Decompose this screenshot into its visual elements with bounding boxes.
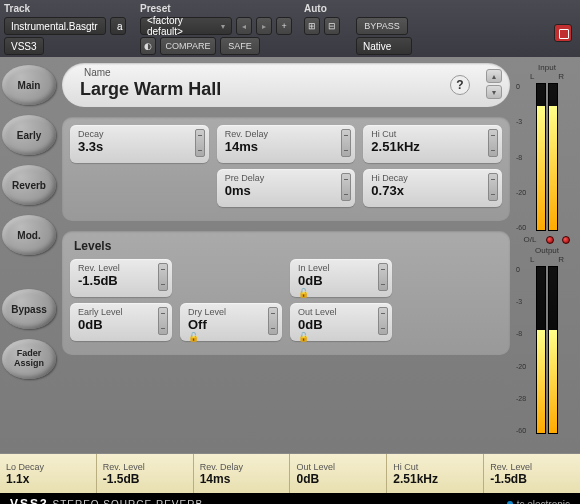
name-label: Name: [84, 67, 111, 78]
input-meter: 0-3-8-20-60: [518, 83, 576, 231]
track-sub: a: [117, 21, 123, 32]
overload-label: O/L: [524, 235, 537, 244]
param-slider[interactable]: [488, 129, 498, 157]
tab-mod[interactable]: Mod.: [2, 215, 56, 255]
preset-value: <factory default>: [147, 15, 217, 37]
tab-fader-assign[interactable]: Fader Assign: [2, 339, 56, 379]
chevron-down-icon: ▾: [492, 88, 496, 97]
param-value: 14ms: [225, 139, 348, 154]
param-value: Off: [188, 317, 274, 332]
footer-label: Lo Decay: [6, 462, 90, 472]
track-sub-select[interactable]: a: [110, 17, 126, 35]
param-dry-level[interactable]: Dry LevelOff🔓: [180, 303, 282, 341]
bypass-button[interactable]: BYPASS: [356, 17, 408, 35]
footer-label: Rev. Level: [490, 462, 574, 472]
lock-icon: 🔓: [298, 288, 309, 298]
footer-value: -1.5dB: [103, 472, 187, 486]
param-value: 2.51kHz: [371, 139, 494, 154]
param-label: Rev. Level: [78, 263, 164, 273]
param-value: 0.73x: [371, 183, 494, 198]
name-up-button[interactable]: ▴: [486, 69, 502, 83]
footer-lo-decay[interactable]: Lo Decay1.1x: [0, 454, 97, 493]
footer-label: Rev. Delay: [200, 462, 284, 472]
tab-bypass[interactable]: Bypass: [2, 289, 56, 329]
footer-value: 0dB: [296, 472, 380, 486]
param-decay[interactable]: Decay3.3s: [70, 125, 209, 163]
param-label: Out Level: [298, 307, 384, 317]
param-slider[interactable]: [341, 129, 351, 157]
levels-title: Levels: [74, 239, 502, 253]
param-label: Hi Cut: [371, 129, 494, 139]
preset-toggle-button[interactable]: ◐: [140, 37, 156, 55]
param-value: 0dB: [298, 273, 384, 288]
overload-led-l: [546, 236, 554, 244]
footer-label: Out Level: [296, 462, 380, 472]
param-slider[interactable]: [341, 173, 351, 201]
preset-name-field[interactable]: Name Large Warm Hall ▴ ▾ ?: [62, 63, 510, 107]
param-label: Early Level: [78, 307, 164, 317]
param-slider[interactable]: [158, 307, 168, 335]
compare-button[interactable]: COMPARE: [160, 37, 216, 55]
footer-value: 1.1x: [6, 472, 90, 486]
param-hi-cut[interactable]: Hi Cut2.51kHz: [363, 125, 502, 163]
footer-rev-delay[interactable]: Rev. Delay14ms: [194, 454, 291, 493]
param-pre-delay[interactable]: Pre Delay0ms: [217, 169, 356, 207]
footer-value: 2.51kHz: [393, 472, 477, 486]
mode-select[interactable]: Native: [356, 37, 412, 55]
footer-label: Hi Cut: [393, 462, 477, 472]
param-label: Decay: [78, 129, 201, 139]
preset-select[interactable]: <factory default>▾: [140, 17, 232, 35]
footer-label: Rev. Level: [103, 462, 187, 472]
help-button[interactable]: ?: [450, 75, 470, 95]
input-meter-label: Input: [518, 63, 576, 72]
param-in-level[interactable]: In Level0dB🔓: [290, 259, 392, 297]
preset-add-button[interactable]: +: [276, 17, 292, 35]
track-select[interactable]: Instrumental.Basgtr: [4, 17, 106, 35]
param-value: -1.5dB: [78, 273, 164, 288]
preset-prev-button[interactable]: ◂: [236, 17, 252, 35]
param-early-level[interactable]: Early Level0dB: [70, 303, 172, 341]
footer-out-level[interactable]: Out Level0dB: [290, 454, 387, 493]
param-slider[interactable]: [378, 307, 388, 335]
lock-icon: 🔓: [188, 332, 199, 342]
param-rev-delay[interactable]: Rev. Delay14ms: [217, 125, 356, 163]
chevron-right-icon: ▸: [262, 22, 266, 31]
param-label: Dry Level: [188, 307, 274, 317]
overload-led-r: [562, 236, 570, 244]
preset-label: Preset: [140, 2, 296, 15]
footer-rev-level[interactable]: Rev. Level-1.5dB: [97, 454, 194, 493]
param-value: 3.3s: [78, 139, 201, 154]
footer-hi-cut[interactable]: Hi Cut2.51kHz: [387, 454, 484, 493]
param-label: Pre Delay: [225, 173, 348, 183]
footer-value: -1.5dB: [490, 472, 574, 486]
brand-company: tc electronic: [507, 499, 570, 505]
output-meter-label: Output: [518, 246, 576, 255]
tab-reverb[interactable]: Reverb: [2, 165, 56, 205]
param-slider[interactable]: [488, 173, 498, 201]
param-out-level[interactable]: Out Level0dB🔓: [290, 303, 392, 341]
name-down-button[interactable]: ▾: [486, 85, 502, 99]
param-value: 0dB: [298, 317, 384, 332]
auto-b-button[interactable]: ⊟: [324, 17, 340, 35]
param-slider[interactable]: [158, 263, 168, 291]
param-slider[interactable]: [378, 263, 388, 291]
param-label: Hi Decay: [371, 173, 494, 183]
param-label: In Level: [298, 263, 384, 273]
preset-next-button[interactable]: ▸: [256, 17, 272, 35]
tab-early[interactable]: Early: [2, 115, 56, 155]
track-value: Instrumental.Basgtr: [11, 21, 98, 32]
auto-label: Auto: [304, 2, 348, 15]
param-slider[interactable]: [195, 129, 205, 157]
footer-rev-level[interactable]: Rev. Level-1.5dB: [484, 454, 580, 493]
chevron-down-icon: ▾: [221, 22, 225, 31]
name-value: Large Warm Hall: [80, 79, 221, 100]
param-value: 0ms: [225, 183, 348, 198]
param-slider[interactable]: [268, 307, 278, 335]
mode-value: Native: [363, 41, 391, 52]
param-hi-decay[interactable]: Hi Decay0.73x: [363, 169, 502, 207]
tab-main[interactable]: Main: [2, 65, 56, 105]
param-rev-level[interactable]: Rev. Level-1.5dB: [70, 259, 172, 297]
auto-a-button[interactable]: ⊞: [304, 17, 320, 35]
record-button[interactable]: [554, 24, 572, 42]
safe-button[interactable]: SAFE: [220, 37, 260, 55]
